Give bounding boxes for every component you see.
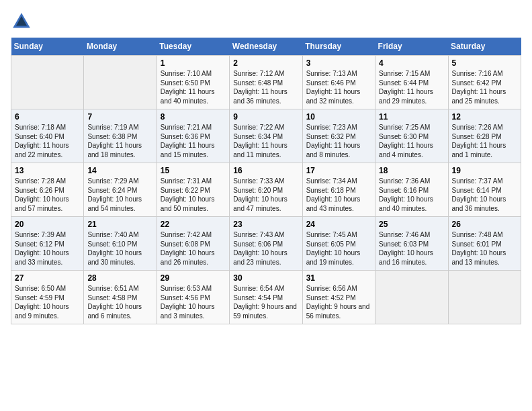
day-info: Sunrise: 7:43 AM Sunset: 6:06 PM Dayligh…	[233, 230, 298, 267]
day-info: Sunrise: 6:53 AM Sunset: 4:56 PM Dayligh…	[161, 284, 226, 320]
day-info: Sunrise: 7:13 AM Sunset: 6:46 PM Dayligh…	[306, 69, 371, 105]
day-info: Sunrise: 7:37 AM Sunset: 6:14 PM Dayligh…	[452, 177, 517, 213]
day-number: 6	[15, 112, 80, 122]
day-number: 27	[15, 273, 80, 283]
day-number: 26	[452, 220, 517, 229]
calendar-cell: 16Sunrise: 7:33 AM Sunset: 6:20 PM Dayli…	[230, 163, 302, 217]
calendar-cell: 1Sunrise: 7:10 AM Sunset: 6:50 PM Daylig…	[157, 56, 229, 109]
day-number: 31	[306, 273, 371, 283]
day-number: 28	[87, 273, 152, 283]
weekday-header-monday: Monday	[84, 38, 157, 56]
day-number: 7	[87, 112, 152, 122]
day-info: Sunrise: 6:51 AM Sunset: 4:58 PM Dayligh…	[87, 284, 152, 320]
day-number: 11	[379, 112, 444, 122]
day-number: 22	[161, 220, 226, 229]
calendar-cell	[375, 271, 448, 324]
day-number: 9	[233, 112, 298, 122]
day-number: 5	[452, 58, 517, 68]
day-info: Sunrise: 7:21 AM Sunset: 6:36 PM Dayligh…	[161, 123, 226, 159]
calendar-cell: 20Sunrise: 7:39 AM Sunset: 6:12 PM Dayli…	[11, 217, 84, 271]
day-number: 15	[161, 166, 226, 175]
day-info: Sunrise: 7:12 AM Sunset: 6:48 PM Dayligh…	[233, 69, 298, 105]
calendar-cell: 4Sunrise: 7:15 AM Sunset: 6:44 PM Daylig…	[375, 56, 448, 109]
day-number: 2	[233, 58, 298, 68]
calendar-cell: 24Sunrise: 7:45 AM Sunset: 6:05 PM Dayli…	[302, 217, 375, 271]
calendar-cell: 25Sunrise: 7:46 AM Sunset: 6:03 PM Dayli…	[375, 217, 448, 271]
calendar-cell: 12Sunrise: 7:26 AM Sunset: 6:28 PM Dayli…	[448, 109, 521, 163]
day-number: 19	[452, 166, 517, 175]
calendar-cell: 30Sunrise: 6:54 AM Sunset: 4:54 PM Dayli…	[230, 271, 302, 324]
day-info: Sunrise: 7:16 AM Sunset: 6:42 PM Dayligh…	[452, 69, 517, 105]
day-info: Sunrise: 7:18 AM Sunset: 6:40 PM Dayligh…	[15, 123, 80, 159]
calendar-week-row: 13Sunrise: 7:28 AM Sunset: 6:26 PM Dayli…	[11, 163, 521, 217]
logo	[11, 11, 35, 32]
day-info: Sunrise: 7:19 AM Sunset: 6:38 PM Dayligh…	[87, 123, 152, 159]
day-number: 16	[233, 166, 298, 175]
weekday-header-thursday: Thursday	[302, 38, 375, 56]
calendar-cell: 22Sunrise: 7:42 AM Sunset: 6:08 PM Dayli…	[157, 217, 229, 271]
day-info: Sunrise: 7:45 AM Sunset: 6:05 PM Dayligh…	[306, 230, 371, 267]
day-number: 24	[306, 220, 371, 229]
calendar-cell: 28Sunrise: 6:51 AM Sunset: 4:58 PM Dayli…	[84, 271, 157, 324]
day-info: Sunrise: 7:48 AM Sunset: 6:01 PM Dayligh…	[452, 230, 517, 267]
calendar-cell: 2Sunrise: 7:12 AM Sunset: 6:48 PM Daylig…	[230, 56, 302, 109]
day-info: Sunrise: 7:46 AM Sunset: 6:03 PM Dayligh…	[379, 230, 444, 267]
day-info: Sunrise: 7:34 AM Sunset: 6:18 PM Dayligh…	[306, 177, 371, 213]
day-info: Sunrise: 6:54 AM Sunset: 4:54 PM Dayligh…	[233, 284, 298, 320]
day-info: Sunrise: 7:25 AM Sunset: 6:30 PM Dayligh…	[379, 123, 444, 159]
calendar-cell: 10Sunrise: 7:23 AM Sunset: 6:32 PM Dayli…	[302, 109, 375, 163]
day-number: 13	[15, 166, 80, 175]
calendar-week-row: 6Sunrise: 7:18 AM Sunset: 6:40 PM Daylig…	[11, 109, 521, 163]
weekday-header-sunday: Sunday	[11, 38, 84, 56]
calendar-cell: 21Sunrise: 7:40 AM Sunset: 6:10 PM Dayli…	[84, 217, 157, 271]
calendar-week-row: 20Sunrise: 7:39 AM Sunset: 6:12 PM Dayli…	[11, 217, 521, 271]
logo-icon	[11, 11, 32, 32]
calendar-cell: 26Sunrise: 7:48 AM Sunset: 6:01 PM Dayli…	[448, 217, 521, 271]
day-number: 29	[161, 273, 226, 283]
day-info: Sunrise: 7:33 AM Sunset: 6:20 PM Dayligh…	[233, 177, 298, 213]
day-number: 10	[306, 112, 371, 122]
day-number: 3	[306, 58, 371, 68]
calendar-cell	[11, 56, 84, 109]
weekday-header-wednesday: Wednesday	[230, 38, 302, 56]
day-info: Sunrise: 6:50 AM Sunset: 4:59 PM Dayligh…	[15, 284, 80, 320]
weekday-header-tuesday: Tuesday	[157, 38, 229, 56]
calendar-cell: 15Sunrise: 7:31 AM Sunset: 6:22 PM Dayli…	[157, 163, 229, 217]
calendar-cell: 31Sunrise: 6:56 AM Sunset: 4:52 PM Dayli…	[302, 271, 375, 324]
day-number: 25	[379, 220, 444, 229]
calendar-cell: 7Sunrise: 7:19 AM Sunset: 6:38 PM Daylig…	[84, 109, 157, 163]
day-info: Sunrise: 7:10 AM Sunset: 6:50 PM Dayligh…	[161, 69, 226, 105]
day-number: 14	[87, 166, 152, 175]
calendar-cell: 6Sunrise: 7:18 AM Sunset: 6:40 PM Daylig…	[11, 109, 84, 163]
calendar-cell: 23Sunrise: 7:43 AM Sunset: 6:06 PM Dayli…	[230, 217, 302, 271]
calendar-cell: 5Sunrise: 7:16 AM Sunset: 6:42 PM Daylig…	[448, 56, 521, 109]
day-info: Sunrise: 7:36 AM Sunset: 6:16 PM Dayligh…	[379, 177, 444, 213]
day-number: 20	[15, 220, 80, 229]
day-number: 30	[233, 273, 298, 283]
calendar-cell: 27Sunrise: 6:50 AM Sunset: 4:59 PM Dayli…	[11, 271, 84, 324]
calendar-cell: 3Sunrise: 7:13 AM Sunset: 6:46 PM Daylig…	[302, 56, 375, 109]
day-number: 1	[161, 58, 226, 68]
calendar: SundayMondayTuesdayWednesdayThursdayFrid…	[11, 38, 521, 324]
day-number: 18	[379, 166, 444, 175]
calendar-cell	[84, 56, 157, 109]
calendar-cell: 9Sunrise: 7:22 AM Sunset: 6:34 PM Daylig…	[230, 109, 302, 163]
day-info: Sunrise: 7:42 AM Sunset: 6:08 PM Dayligh…	[161, 230, 226, 267]
day-number: 12	[452, 112, 517, 122]
day-number: 23	[233, 220, 298, 229]
weekday-header-row: SundayMondayTuesdayWednesdayThursdayFrid…	[11, 38, 521, 56]
day-number: 17	[306, 166, 371, 175]
day-info: Sunrise: 7:28 AM Sunset: 6:26 PM Dayligh…	[15, 177, 80, 213]
day-info: Sunrise: 7:29 AM Sunset: 6:24 PM Dayligh…	[87, 177, 152, 213]
day-info: Sunrise: 7:15 AM Sunset: 6:44 PM Dayligh…	[379, 69, 444, 105]
day-info: Sunrise: 7:31 AM Sunset: 6:22 PM Dayligh…	[161, 177, 226, 213]
calendar-cell	[448, 271, 521, 324]
day-info: Sunrise: 7:22 AM Sunset: 6:34 PM Dayligh…	[233, 123, 298, 159]
calendar-cell: 29Sunrise: 6:53 AM Sunset: 4:56 PM Dayli…	[157, 271, 229, 324]
calendar-cell: 19Sunrise: 7:37 AM Sunset: 6:14 PM Dayli…	[448, 163, 521, 217]
calendar-cell: 18Sunrise: 7:36 AM Sunset: 6:16 PM Dayli…	[375, 163, 448, 217]
day-info: Sunrise: 6:56 AM Sunset: 4:52 PM Dayligh…	[306, 284, 371, 320]
calendar-week-row: 27Sunrise: 6:50 AM Sunset: 4:59 PM Dayli…	[11, 271, 521, 324]
calendar-week-row: 1Sunrise: 7:10 AM Sunset: 6:50 PM Daylig…	[11, 56, 521, 109]
day-info: Sunrise: 7:40 AM Sunset: 6:10 PM Dayligh…	[87, 230, 152, 267]
